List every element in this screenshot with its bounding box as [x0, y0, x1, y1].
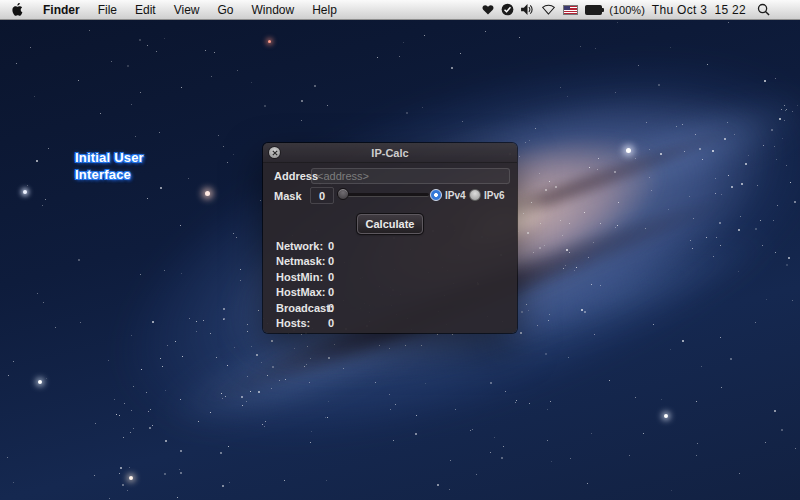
- apple-menu[interactable]: [0, 0, 34, 19]
- radio-ipv6[interactable]: [469, 189, 481, 201]
- menu-item-window[interactable]: Window: [243, 0, 304, 19]
- galaxy-arm: [525, 51, 800, 244]
- radio-ipv6-label: IPv6: [484, 190, 505, 201]
- mask-slider[interactable]: [337, 187, 429, 202]
- result-label: HostMax:: [276, 286, 328, 298]
- result-row: HostMax: 0: [276, 285, 504, 301]
- result-label: Hosts:: [276, 317, 328, 329]
- battery-percent[interactable]: (100%): [609, 4, 644, 16]
- slider-thumb[interactable]: [337, 188, 349, 200]
- bright-star: [626, 148, 631, 153]
- bright-star: [205, 191, 210, 196]
- calculate-button[interactable]: Calculate: [357, 214, 423, 234]
- bright-star: [38, 380, 42, 384]
- address-input[interactable]: [311, 168, 510, 184]
- app-menu-finder[interactable]: Finder: [34, 0, 89, 19]
- menu-item-edit[interactable]: Edit: [126, 0, 165, 19]
- window-titlebar[interactable]: IP-Calc: [263, 143, 517, 163]
- result-label: Network:: [276, 240, 328, 252]
- mask-label: Mask: [274, 190, 302, 202]
- bright-star: [23, 190, 27, 194]
- menu-bar: Finder File Edit View Go Window Help (10…: [0, 0, 800, 20]
- wifi-icon[interactable]: [541, 0, 556, 19]
- checkmark-circle-icon[interactable]: [501, 0, 514, 19]
- bright-star: [129, 476, 133, 480]
- slider-track[interactable]: [337, 193, 429, 197]
- apple-icon: [12, 3, 23, 16]
- mask-value-field[interactable]: 0: [310, 187, 334, 204]
- result-row: Network: 0: [276, 238, 504, 254]
- result-row: Netmask: 0: [276, 254, 504, 270]
- desktop: Finder File Edit View Go Window Help (10…: [0, 0, 800, 500]
- spotlight-icon[interactable]: [757, 0, 770, 19]
- bright-star: [664, 414, 668, 418]
- result-value: 0: [328, 317, 334, 329]
- result-row: HostMin: 0: [276, 269, 504, 285]
- menu-item-help[interactable]: Help: [303, 0, 346, 19]
- volume-icon[interactable]: [521, 0, 534, 19]
- result-value: 0: [328, 286, 334, 298]
- menu-item-file[interactable]: File: [89, 0, 126, 19]
- menubar-clock[interactable]: Thu Oct 3 15 22: [652, 3, 746, 17]
- result-label: HostMin:: [276, 271, 328, 283]
- result-value: 0: [328, 240, 334, 252]
- window-title: IP-Calc: [263, 147, 517, 159]
- bright-star: [268, 40, 271, 43]
- menu-bar-left: Finder File Edit View Go Window Help: [0, 0, 346, 19]
- heart-icon[interactable]: [482, 0, 494, 19]
- menu-item-view[interactable]: View: [165, 0, 209, 19]
- result-label: Broadcast:: [276, 302, 328, 314]
- result-value: 0: [328, 255, 334, 267]
- desktop-annotation: Initial User Interface: [75, 149, 167, 183]
- ip-calc-window: IP-Calc Address Mask 0 IPv4 IPv6 Calcula…: [263, 143, 517, 333]
- us-flag-icon[interactable]: [563, 5, 578, 15]
- result-row: Broadcast: 0: [276, 300, 504, 316]
- results-panel: Network: 0 Netmask: 0 HostMin: 0 HostMax…: [276, 238, 504, 331]
- result-value: 0: [328, 302, 334, 314]
- result-value: 0: [328, 271, 334, 283]
- menu-item-go[interactable]: Go: [209, 0, 243, 19]
- radio-ipv4[interactable]: [430, 189, 442, 201]
- radio-ipv4-label: IPv4: [445, 190, 466, 201]
- result-row: Hosts: 0: [276, 316, 504, 332]
- result-label: Netmask:: [276, 255, 328, 267]
- menu-bar-status: (100%) Thu Oct 3 15 22: [482, 0, 800, 19]
- battery-icon[interactable]: [585, 5, 602, 15]
